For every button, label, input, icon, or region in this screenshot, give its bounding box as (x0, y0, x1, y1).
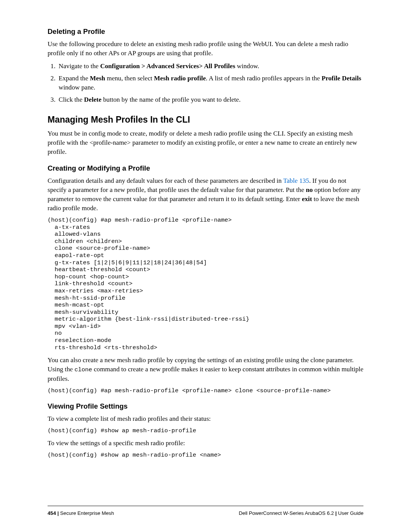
para: To view a complete list of mesh radio pr… (48, 414, 363, 423)
para: Use the following procedure to delete an… (48, 40, 363, 58)
steps-list: Navigate to the Configuration > Advanced… (48, 62, 363, 104)
text: . A list of mesh radio profiles appears … (206, 75, 322, 82)
text: Configuration details and any default va… (48, 177, 283, 184)
text-bold: Mesh (90, 75, 105, 82)
para: To view the settings of a specific mesh … (48, 439, 363, 448)
heading-creating-modifying: Creating or Modifying a Profile (48, 163, 363, 173)
page-footer: 454 | Secure Enterprise Mesh Dell PowerC… (48, 506, 363, 517)
para: Configuration details and any default va… (48, 176, 363, 213)
inline-code: clone (75, 366, 92, 373)
code-block: (host)(config) #ap mesh-radio-profile <p… (48, 217, 363, 351)
text: command to create a new profile makes it… (48, 366, 363, 382)
footer-sep: | (334, 510, 338, 516)
footer-right: Dell PowerConnect W-Series ArubaOS 6.2 |… (239, 510, 363, 517)
text-bold: exit (302, 195, 312, 203)
footer-section: Secure Enterprise Mesh (60, 510, 114, 516)
heading-deleting-profile: Deleting a Profile (48, 27, 363, 37)
code-block: (host)(config) #ap mesh-radio-profile <p… (48, 387, 363, 395)
text-bold: Profile Details (322, 75, 361, 82)
code-block: (host)(config) #show ap mesh-radio-profi… (48, 427, 363, 435)
text: Click the (59, 96, 84, 103)
page-number: 454 (48, 510, 56, 516)
text: menu, then select (105, 75, 154, 82)
footer-guide: User Guide (338, 510, 363, 516)
text: window. (235, 62, 259, 70)
page: Deleting a Profile Use the following pro… (0, 0, 411, 532)
text-bold: Delete (84, 96, 102, 103)
list-item: Expand the Mesh menu, then select Mesh r… (57, 74, 363, 92)
text: Navigate to the (59, 62, 100, 70)
list-item: Click the Delete button by the name of t… (57, 95, 363, 104)
footer-product: Dell PowerConnect W-Series ArubaOS 6.2 (239, 510, 334, 516)
text: window pane. (59, 84, 95, 91)
heading-viewing-settings: Viewing Profile Settings (48, 401, 363, 411)
heading-managing-cli: Managing Mesh Profiles In the CLI (48, 113, 363, 126)
text-bold: no (306, 186, 313, 193)
para: You can also create a new mesh radio pro… (48, 356, 363, 383)
text-bold: Mesh radio profile (154, 75, 206, 82)
footer-sep: | (56, 510, 60, 516)
footer-left: 454 | Secure Enterprise Mesh (48, 510, 114, 517)
para: You must be in config mode to create, mo… (48, 129, 363, 157)
text: button by the name of the profile you wa… (102, 96, 241, 103)
list-item: Navigate to the Configuration > Advanced… (57, 62, 363, 71)
code-block: (host)(config) #show ap mesh-radio-profi… (48, 452, 363, 459)
link-table-135[interactable]: Table 135 (283, 177, 309, 184)
text: Expand the (59, 75, 90, 82)
text-bold: Configuration > Advanced Services> All P… (100, 62, 235, 70)
